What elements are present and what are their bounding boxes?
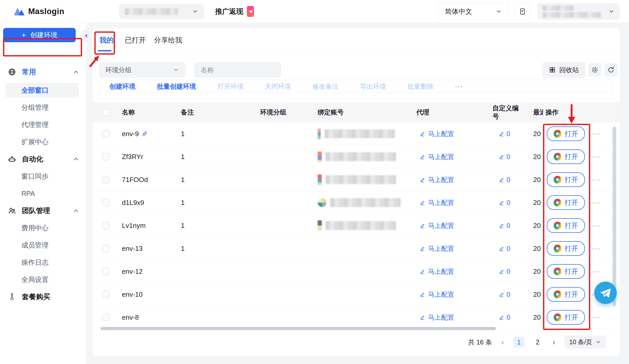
custom-number-edit[interactable]: 0 bbox=[499, 145, 510, 168]
row-more-button[interactable]: ··· bbox=[592, 214, 601, 237]
recycle-bin-button[interactable]: 回收站 bbox=[542, 62, 585, 78]
tab-mine[interactable]: 我的 bbox=[99, 35, 114, 45]
row-checkbox[interactable] bbox=[102, 153, 109, 160]
open-env-button[interactable]: 打开 bbox=[547, 126, 585, 141]
name-search-input[interactable] bbox=[201, 66, 285, 74]
language-select[interactable]: 简体中文 bbox=[438, 3, 508, 20]
row-more-button[interactable]: ··· bbox=[592, 122, 601, 145]
prev-page-button[interactable]: ‹ bbox=[500, 338, 506, 347]
sidebar-item-proxy-management[interactable]: 代理管理 bbox=[5, 117, 79, 132]
sidebar-item-rpa[interactable]: RPA bbox=[5, 186, 79, 201]
open-env-button[interactable]: 打开 bbox=[547, 287, 585, 302]
toolbar-more-button[interactable]: ··· bbox=[455, 83, 463, 90]
top-header: Maslogin 推广返现 简体中文 bbox=[0, 0, 629, 23]
custom-number-edit[interactable]: 0 bbox=[499, 214, 510, 237]
open-env-button[interactable]: 打开 bbox=[547, 310, 585, 325]
row-checkbox[interactable] bbox=[102, 291, 109, 298]
page-1-button[interactable]: 1 bbox=[513, 337, 524, 348]
chrome-icon bbox=[554, 313, 561, 321]
telegram-button[interactable] bbox=[594, 282, 617, 304]
proxy-config-link[interactable]: 马上配置 bbox=[420, 283, 454, 306]
tab-shared-with-me[interactable]: 分享给我 bbox=[154, 35, 182, 45]
sidebar-section-automation[interactable]: 自动化 bbox=[0, 152, 87, 166]
sidebar-collapse-handle[interactable] bbox=[83, 30, 89, 41]
custom-number-edit[interactable]: 0 bbox=[499, 260, 510, 283]
proxy-config-link[interactable]: 马上配置 bbox=[420, 168, 454, 191]
select-all-checkbox[interactable] bbox=[102, 109, 109, 116]
row-checkbox[interactable] bbox=[102, 245, 109, 252]
row-checkbox[interactable] bbox=[102, 176, 109, 183]
env-group-select[interactable]: 环境分组 bbox=[99, 62, 185, 78]
toolbar-batch-delete[interactable]: 批量删除 bbox=[407, 82, 434, 91]
row-more-button[interactable]: ··· bbox=[592, 191, 601, 214]
sidebar-item-billing-center[interactable]: 费用中心 bbox=[5, 221, 79, 235]
row-checkbox[interactable] bbox=[102, 199, 109, 206]
open-env-button[interactable]: 打开 bbox=[547, 172, 585, 187]
proxy-config-link[interactable]: 马上配置 bbox=[420, 306, 454, 329]
open-env-button[interactable]: 打开 bbox=[547, 241, 585, 256]
row-more-button[interactable]: ··· bbox=[592, 237, 601, 260]
custom-number-edit[interactable]: 0 bbox=[499, 283, 510, 306]
flask-icon bbox=[8, 293, 16, 301]
refresh-button[interactable] bbox=[604, 63, 618, 77]
last-open-clipped: 20 bbox=[533, 168, 541, 191]
custom-number-edit[interactable]: 0 bbox=[499, 237, 510, 260]
vertical-scrollbar[interactable] bbox=[613, 126, 616, 306]
docs-button[interactable] bbox=[515, 3, 530, 20]
blurred-workspace-name bbox=[125, 8, 178, 15]
row-more-button[interactable]: ··· bbox=[592, 306, 601, 329]
proxy-config-link[interactable]: 马上配置 bbox=[420, 214, 454, 237]
row-more-button[interactable]: ··· bbox=[592, 260, 601, 283]
proxy-config-link[interactable]: 马上配置 bbox=[420, 145, 454, 168]
proxy-config-link[interactable]: 马上配置 bbox=[420, 260, 454, 283]
sidebar-item-extension-center[interactable]: 扩展中心 bbox=[5, 135, 79, 149]
sidebar-item-all-windows[interactable]: 全部窗口 bbox=[5, 83, 79, 98]
row-checkbox[interactable] bbox=[102, 130, 109, 137]
pin-icon[interactable] bbox=[141, 131, 148, 137]
toolbar-create-env[interactable]: 创建环境 bbox=[109, 82, 135, 91]
toolbar-batch-create-env[interactable]: 批量创建环境 bbox=[157, 82, 196, 91]
workspace-selector[interactable] bbox=[119, 4, 204, 19]
next-page-button[interactable]: › bbox=[551, 338, 557, 347]
user-menu[interactable] bbox=[537, 3, 620, 20]
toolbar-export-env[interactable]: 导出环境 bbox=[360, 82, 386, 91]
promo-link[interactable]: 推广返现 bbox=[215, 6, 254, 17]
page-2-button[interactable]: 2 bbox=[532, 337, 543, 348]
toolbar-edit-note[interactable]: 修改备注 bbox=[312, 82, 339, 91]
table-row: env-9 1 马上配置 0 20 打开 ··· bbox=[93, 122, 620, 145]
horizontal-scrollbar[interactable] bbox=[100, 327, 496, 330]
row-checkbox[interactable] bbox=[102, 314, 109, 321]
toolbar-open-env[interactable]: 打开环境 bbox=[217, 82, 244, 91]
custom-number-edit[interactable]: 0 bbox=[499, 191, 510, 214]
create-env-button[interactable]: + 创建环境 bbox=[3, 28, 76, 42]
gear-icon bbox=[591, 66, 598, 74]
custom-number-edit[interactable]: 0 bbox=[499, 122, 510, 145]
open-env-button[interactable]: 打开 bbox=[547, 149, 585, 164]
proxy-config-link[interactable]: 马上配置 bbox=[420, 237, 454, 260]
open-env-button[interactable]: 打开 bbox=[547, 264, 585, 279]
open-env-button[interactable]: 打开 bbox=[547, 218, 585, 233]
sidebar-item-group-management[interactable]: 分组管理 bbox=[5, 100, 79, 115]
toolbar-close-env[interactable]: 关闭环境 bbox=[265, 82, 291, 91]
row-checkbox[interactable] bbox=[102, 222, 109, 229]
sidebar-item-global-settings[interactable]: 全局设置 bbox=[5, 272, 79, 287]
sidebar-item-member-management[interactable]: 成员管理 bbox=[5, 238, 79, 252]
row-checkbox[interactable] bbox=[102, 268, 109, 275]
open-env-button[interactable]: 打开 bbox=[547, 195, 585, 210]
tab-opened[interactable]: 已打开 bbox=[125, 35, 146, 45]
row-more-button[interactable]: ··· bbox=[592, 145, 601, 168]
custom-number-edit[interactable]: 0 bbox=[499, 306, 510, 329]
page-size-select[interactable]: 10 条/页 bbox=[565, 336, 606, 349]
sidebar-item-window-sync[interactable]: 窗口同步 bbox=[5, 169, 79, 184]
proxy-config-link[interactable]: 马上配置 bbox=[420, 191, 454, 214]
col-name: 名称 bbox=[122, 102, 135, 122]
row-more-button[interactable]: ··· bbox=[592, 168, 601, 191]
sidebar-item-operation-log[interactable]: 操作日志 bbox=[5, 255, 79, 270]
custom-number-edit[interactable]: 0 bbox=[499, 168, 510, 191]
settings-button[interactable] bbox=[588, 63, 602, 77]
proxy-config-link[interactable]: 马上配置 bbox=[420, 122, 454, 145]
chevron-down-icon bbox=[192, 8, 198, 15]
sidebar-section-common[interactable]: 常用 bbox=[0, 65, 87, 79]
sidebar-item-plan-purchase[interactable]: 套餐购买 bbox=[0, 289, 87, 304]
sidebar-section-team[interactable]: 团队管理 bbox=[0, 203, 87, 218]
